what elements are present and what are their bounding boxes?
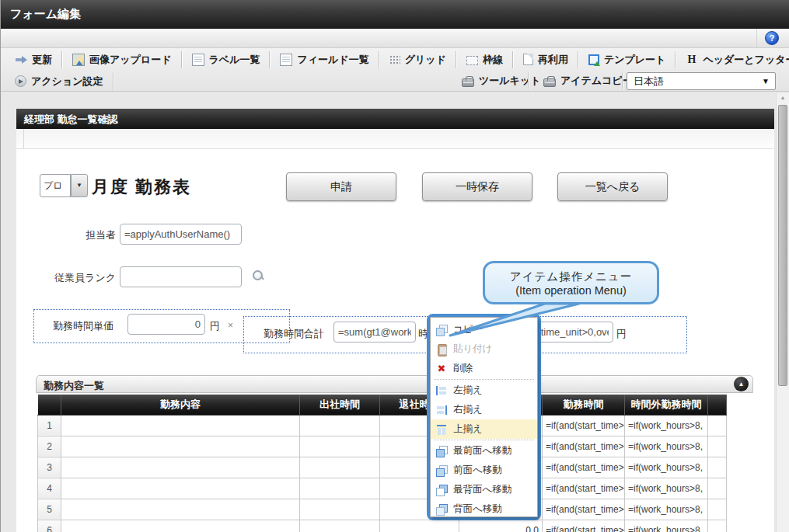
rank-input[interactable]: [120, 266, 242, 287]
cell[interactable]: [708, 457, 727, 478]
cell[interactable]: [300, 478, 380, 499]
row-number: 5: [38, 499, 61, 520]
action-settings-button[interactable]: アクション設定: [7, 72, 111, 91]
menu-item-align-right[interactable]: 右揃え: [431, 400, 537, 419]
yen-unit-label: 円: [616, 327, 627, 341]
tantousha-input[interactable]: [120, 224, 242, 245]
cell[interactable]: [300, 457, 380, 478]
menu-item-delete[interactable]: ✖ 削除: [431, 359, 537, 378]
menu-separator: [434, 379, 534, 380]
cell[interactable]: =if(and(start_time>: [543, 478, 625, 499]
cell[interactable]: [380, 520, 459, 532]
cell[interactable]: [61, 415, 300, 436]
reuse-button[interactable]: 再利用: [515, 50, 576, 69]
scrollbar-thumb[interactable]: [778, 105, 787, 386]
image-upload-icon: [72, 54, 85, 66]
scroll-up-icon[interactable]: ▲: [777, 95, 789, 100]
cell[interactable]: =if(and(start_time>: [543, 499, 625, 520]
col-header: [38, 395, 61, 415]
col-header-work-content: 勤務内容: [61, 395, 300, 415]
label-list-button[interactable]: ラベル一覧: [184, 50, 268, 69]
send-to-back-icon: [435, 484, 448, 496]
yen-unit-label: 円: [210, 319, 220, 333]
toolkit-button[interactable]: ツールキット: [454, 71, 549, 90]
callout-tail: [436, 301, 592, 340]
help-band: ?: [1, 29, 789, 48]
temp-save-button[interactable]: 一時保存: [422, 172, 532, 201]
col-header: [708, 395, 727, 415]
toolbar-separator: [528, 72, 529, 89]
ruler-strip: [16, 129, 774, 149]
cell[interactable]: =if(work_hours>8,: [625, 478, 708, 499]
title-combo-dropdown-button[interactable]: ▼: [71, 174, 88, 197]
language-select[interactable]: 日本語 ▼: [627, 72, 776, 90]
menu-item-align-top[interactable]: 上揃え: [431, 419, 537, 439]
toolbar-row-2: アクション設定 ツールキット アイテムコピー 日本語 ▼: [1, 71, 789, 92]
item-operation-menu: コピー 貼り付け ✖ 削除 左揃え 右揃え: [430, 317, 538, 517]
cell[interactable]: [61, 457, 300, 478]
cell[interactable]: =if(and(start_time>: [543, 415, 625, 436]
cell[interactable]: [61, 478, 300, 499]
col-header-work-hours: 勤務時間: [543, 395, 625, 415]
menu-item-send-backward[interactable]: 背面へ移動: [431, 499, 537, 519]
cell[interactable]: =if(and(start_time>: [543, 520, 625, 532]
table-row: 4 0.0 =if(and(start_time> =if(work_hours…: [38, 478, 727, 499]
cell[interactable]: [61, 520, 300, 532]
border-button[interactable]: 枠線: [459, 50, 511, 69]
cell[interactable]: [300, 520, 380, 532]
vertical-scrollbar[interactable]: ▲: [776, 93, 789, 532]
cell[interactable]: =if(work_hours>8,: [625, 499, 708, 520]
title-combo-input[interactable]: プロ: [40, 174, 71, 197]
cell[interactable]: [300, 436, 380, 457]
cell[interactable]: =if(work_hours>8,: [625, 520, 708, 532]
cell[interactable]: [708, 436, 727, 457]
multiply-sign: ×: [228, 320, 233, 331]
header-footer-button[interactable]: ヘッダーとフッター: [678, 50, 789, 69]
cell[interactable]: =if(work_hours>8,: [625, 436, 708, 457]
cell[interactable]: =if(work_hours>8,: [625, 457, 708, 478]
menu-item-bring-forward[interactable]: 前面へ移動: [431, 461, 537, 480]
action-arrow-icon: [15, 75, 26, 87]
total-hours-label: 勤務時間合計: [264, 327, 324, 341]
cell[interactable]: =if(and(start_time>: [543, 436, 625, 457]
form-section-bar: 経理部 勤怠一覧確認: [16, 109, 774, 129]
cell[interactable]: [708, 478, 727, 499]
cell[interactable]: [300, 415, 380, 436]
form-section-title: 経理部 勤怠一覧確認: [24, 113, 118, 127]
unit-price-input[interactable]: [127, 314, 205, 335]
tantousha-label: 担当者: [47, 228, 116, 242]
cell[interactable]: [708, 520, 727, 532]
toolbox-icon: [543, 78, 556, 87]
help-icon[interactable]: ?: [765, 31, 779, 45]
template-button[interactable]: テンプレート: [581, 50, 674, 69]
delete-icon: ✖: [435, 363, 448, 375]
field-list-button[interactable]: フィールド一覧: [272, 50, 376, 69]
grid-button[interactable]: グリッド: [382, 50, 454, 69]
menu-item-bring-to-front[interactable]: 最前面へ移動: [431, 441, 537, 461]
cell[interactable]: =if(and(start_time>: [543, 457, 625, 478]
cell[interactable]: [61, 499, 300, 520]
cell[interactable]: [300, 499, 380, 520]
item-copy-button[interactable]: アイテムコピー: [536, 71, 641, 90]
menu-item-align-left[interactable]: 左揃え: [431, 381, 537, 400]
cell[interactable]: =if(work_hours>8,: [625, 415, 708, 436]
h-letter-icon: [686, 54, 698, 66]
cell[interactable]: [708, 499, 727, 520]
toolbar-separator: [181, 51, 183, 68]
list-icon: [280, 54, 292, 66]
search-icon[interactable]: [252, 269, 264, 282]
menu-item-send-to-back[interactable]: 最背面へ移動: [431, 480, 537, 499]
cell[interactable]: 0.0: [459, 520, 543, 532]
cell[interactable]: [708, 415, 727, 436]
submit-button[interactable]: 申請: [286, 172, 396, 201]
back-to-list-button[interactable]: 一覧へ戻る: [557, 172, 668, 201]
menu-item-paste[interactable]: 貼り付け: [431, 339, 537, 359]
total-hours-input[interactable]: [333, 322, 416, 342]
form-canvas: 経理部 勤怠一覧確認 プロ ▼ 月度 勤務表 申請 一時保存 一覧へ戻る 担当者…: [16, 109, 774, 532]
update-button[interactable]: 更新: [7, 50, 60, 69]
toolbar-separator: [456, 51, 457, 68]
work-table: 勤務内容 出社時間 退社時間 勤務時間 時間外勤務時間 1 0.0 =if(an…: [37, 395, 727, 532]
image-upload-button[interactable]: 画像アップロード: [65, 50, 180, 69]
cell[interactable]: [61, 436, 300, 457]
collapse-button[interactable]: ▲: [734, 377, 749, 391]
